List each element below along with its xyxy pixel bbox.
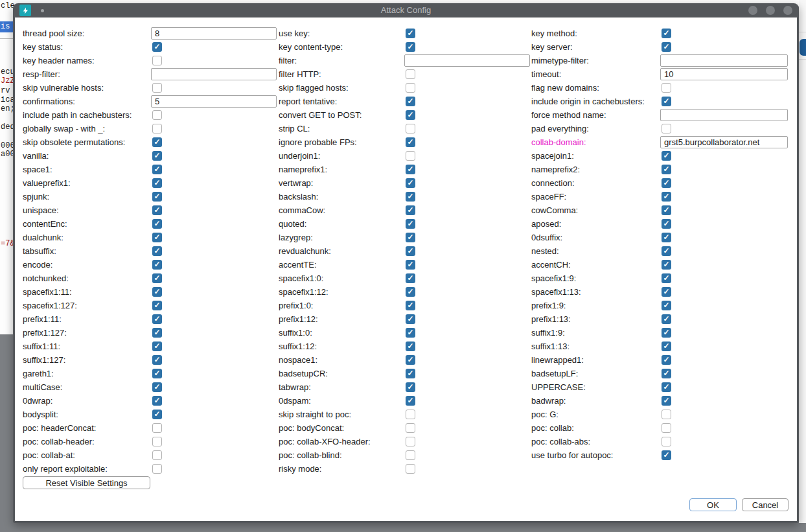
checkbox-badsetupcr[interactable]: ✓ bbox=[406, 369, 415, 378]
window-close-button[interactable] bbox=[783, 6, 792, 15]
checkbox-include-path-in-cachebusters[interactable] bbox=[152, 110, 162, 120]
input-force-method-name[interactable] bbox=[660, 109, 788, 121]
checkbox-cowcomma[interactable]: ✓ bbox=[662, 205, 671, 215]
checkbox-poc-collab-abs[interactable] bbox=[662, 437, 671, 446]
checkbox-prefix1-0[interactable]: ✓ bbox=[406, 301, 415, 310]
checkbox-report-tentative[interactable]: ✓ bbox=[406, 97, 415, 106]
checkbox-backslash[interactable]: ✓ bbox=[406, 192, 415, 202]
checkbox-prefix1-11[interactable]: ✓ bbox=[152, 314, 162, 324]
input-mimetype-filter[interactable] bbox=[660, 54, 788, 67]
checkbox-notchunked[interactable]: ✓ bbox=[152, 273, 162, 283]
checkbox-0dspam[interactable]: ✓ bbox=[406, 396, 415, 406]
checkbox-0dsuffix[interactable]: ✓ bbox=[662, 233, 671, 242]
checkbox-spacefix1-11[interactable]: ✓ bbox=[152, 287, 162, 297]
checkbox-only-report-exploitable[interactable] bbox=[152, 464, 162, 474]
checkbox-key-server[interactable]: ✓ bbox=[662, 42, 671, 52]
checkbox-quoted[interactable]: ✓ bbox=[406, 219, 415, 229]
checkbox-poc-collab-xfo-header[interactable] bbox=[406, 437, 415, 446]
checkbox-contentenc[interactable]: ✓ bbox=[152, 219, 162, 229]
checkbox-flag-new-domains[interactable] bbox=[662, 83, 671, 93]
checkbox-suffix1-9[interactable]: ✓ bbox=[662, 328, 671, 338]
window-minimize-button[interactable] bbox=[748, 6, 757, 15]
checkbox-poc-bodyconcat[interactable] bbox=[406, 423, 415, 433]
input-thread-pool-size[interactable] bbox=[151, 27, 277, 40]
checkbox-suffix1-127[interactable]: ✓ bbox=[152, 355, 162, 365]
checkbox-poc-collab-blind[interactable] bbox=[406, 450, 415, 460]
checkbox-commacow[interactable]: ✓ bbox=[406, 205, 415, 215]
checkbox-skip-obsolete-permutations[interactable]: ✓ bbox=[152, 137, 162, 147]
checkbox-suffix1-12[interactable]: ✓ bbox=[406, 341, 415, 351]
checkbox-tabsuffix[interactable]: ✓ bbox=[152, 246, 162, 256]
input-filter[interactable] bbox=[404, 54, 530, 67]
checkbox-encode[interactable]: ✓ bbox=[152, 260, 162, 270]
checkbox-include-origin-in-cachebusters[interactable]: ✓ bbox=[662, 97, 671, 106]
checkbox-poc-collab-header[interactable] bbox=[152, 437, 162, 446]
checkbox-aposed[interactable]: ✓ bbox=[662, 219, 671, 229]
checkbox-filter-http[interactable] bbox=[406, 69, 415, 79]
checkbox-spacefix1-0[interactable]: ✓ bbox=[406, 273, 415, 283]
checkbox-ignore-probable-fps[interactable]: ✓ bbox=[406, 137, 415, 147]
checkbox-space1[interactable]: ✓ bbox=[152, 165, 162, 174]
checkbox-risky-mode[interactable] bbox=[406, 464, 415, 474]
checkbox-bodysplit[interactable]: ✓ bbox=[152, 410, 162, 419]
cancel-button[interactable]: Cancel bbox=[742, 498, 789, 511]
checkbox-unispace[interactable]: ✓ bbox=[152, 205, 162, 215]
checkbox-skip-flagged-hosts[interactable] bbox=[406, 83, 415, 93]
checkbox-spacefix1-127[interactable]: ✓ bbox=[152, 301, 162, 310]
input-confirmations[interactable] bbox=[151, 95, 277, 108]
ok-button[interactable]: OK bbox=[689, 498, 737, 511]
checkbox-strip-cl[interactable] bbox=[406, 124, 415, 133]
checkbox-key-method[interactable]: ✓ bbox=[662, 29, 671, 38]
checkbox-poc-collab[interactable] bbox=[662, 423, 671, 433]
checkbox-globally-swap-with[interactable] bbox=[152, 124, 162, 133]
checkbox-use-turbo-for-autopoc[interactable]: ✓ bbox=[662, 450, 671, 460]
checkbox-revdualchunk[interactable]: ✓ bbox=[406, 246, 415, 256]
checkbox-spacejoin1[interactable]: ✓ bbox=[662, 151, 671, 161]
checkbox-key-content-type[interactable]: ✓ bbox=[406, 42, 415, 52]
checkbox-poc-collab-at[interactable] bbox=[152, 450, 162, 460]
checkbox-nested[interactable]: ✓ bbox=[662, 246, 671, 256]
input-timeout[interactable] bbox=[660, 68, 788, 80]
checkbox-key-status[interactable]: ✓ bbox=[152, 42, 162, 52]
checkbox-skip-vulnerable-hosts[interactable] bbox=[152, 83, 162, 93]
checkbox-vertwrap[interactable]: ✓ bbox=[406, 178, 415, 188]
checkbox-pad-everything[interactable] bbox=[662, 124, 671, 133]
checkbox-use-key[interactable]: ✓ bbox=[406, 29, 415, 38]
checkbox-underjoin1[interactable] bbox=[406, 151, 415, 161]
checkbox-spaceff[interactable]: ✓ bbox=[662, 192, 671, 202]
checkbox-suffix1-13[interactable]: ✓ bbox=[662, 341, 671, 351]
checkbox-key-header-names[interactable] bbox=[152, 56, 162, 65]
checkbox-uppercase[interactable]: ✓ bbox=[662, 382, 671, 392]
checkbox-suffix1-11[interactable]: ✓ bbox=[152, 341, 162, 351]
checkbox-nospace1[interactable]: ✓ bbox=[406, 355, 415, 365]
checkbox-poc-headerconcat[interactable] bbox=[152, 423, 162, 433]
checkbox-convert-get-to-post[interactable]: ✓ bbox=[406, 110, 415, 120]
checkbox-spacefix1-9[interactable]: ✓ bbox=[662, 273, 671, 283]
checkbox-spacefix1-12[interactable]: ✓ bbox=[406, 287, 415, 297]
checkbox-0dwrap[interactable]: ✓ bbox=[152, 396, 162, 406]
dialog-titlebar[interactable]: Attack Config bbox=[13, 3, 799, 17]
checkbox-linewrapped1[interactable]: ✓ bbox=[662, 355, 671, 365]
checkbox-gareth1[interactable]: ✓ bbox=[152, 369, 162, 378]
checkbox-accentte[interactable]: ✓ bbox=[406, 260, 415, 270]
input-resp-filter[interactable] bbox=[151, 68, 277, 80]
checkbox-vanilla[interactable]: ✓ bbox=[152, 151, 162, 161]
input-collab-domain[interactable] bbox=[660, 136, 788, 148]
checkbox-nameprefix2[interactable]: ✓ bbox=[662, 165, 671, 174]
checkbox-multicase[interactable]: ✓ bbox=[152, 382, 162, 392]
window-maximize-button[interactable] bbox=[766, 6, 775, 15]
checkbox-nameprefix1[interactable]: ✓ bbox=[406, 165, 415, 174]
checkbox-poc-g[interactable] bbox=[662, 410, 671, 419]
checkbox-prefix1-12[interactable]: ✓ bbox=[406, 314, 415, 324]
checkbox-prefix1-127[interactable]: ✓ bbox=[152, 328, 162, 338]
checkbox-accentch[interactable]: ✓ bbox=[662, 260, 671, 270]
checkbox-skip-straight-to-poc[interactable] bbox=[406, 410, 415, 419]
checkbox-prefix1-9[interactable]: ✓ bbox=[662, 301, 671, 310]
checkbox-badsetuplf[interactable]: ✓ bbox=[662, 369, 671, 378]
checkbox-spjunk[interactable]: ✓ bbox=[152, 192, 162, 202]
checkbox-lazygrep[interactable]: ✓ bbox=[406, 233, 415, 242]
reset-visible-settings-button[interactable]: Reset Visible Settings bbox=[23, 476, 150, 489]
checkbox-prefix1-13[interactable]: ✓ bbox=[662, 314, 671, 324]
checkbox-suffix1-0[interactable]: ✓ bbox=[406, 328, 415, 338]
checkbox-badwrap[interactable]: ✓ bbox=[662, 396, 671, 406]
